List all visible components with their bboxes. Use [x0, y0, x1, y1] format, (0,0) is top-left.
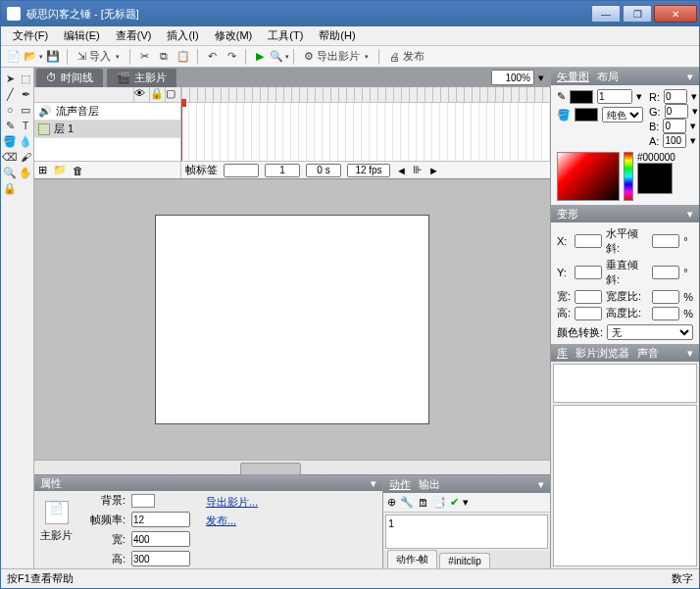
oval-tool[interactable]: ○	[3, 103, 17, 117]
eye-icon[interactable]: 👁	[133, 87, 149, 102]
b-input[interactable]	[663, 119, 686, 133]
tab-timeline[interactable]: ⏱ 时间线	[36, 69, 103, 87]
maximize-button[interactable]: ❐	[623, 5, 652, 23]
close-button[interactable]: ✕	[654, 5, 697, 23]
action-icon-2[interactable]: 🔧	[400, 496, 414, 509]
save-button[interactable]: 💾	[44, 48, 62, 66]
link-export[interactable]: 导出影片...	[206, 495, 258, 510]
stroke-swatch[interactable]	[570, 90, 593, 104]
outline-col-icon[interactable]: ▢	[165, 87, 180, 102]
vskew-input[interactable]	[652, 266, 679, 279]
rect-tool[interactable]: ▭	[19, 103, 32, 117]
actions-header[interactable]: 动作	[389, 477, 411, 492]
h-input[interactable]	[575, 307, 602, 320]
height-input[interactable]	[131, 551, 190, 566]
library-list[interactable]	[553, 405, 697, 566]
frame-ruler[interactable]	[181, 87, 550, 103]
g-input[interactable]	[665, 104, 688, 119]
x-input[interactable]	[575, 234, 602, 248]
action-list[interactable]: 1	[385, 515, 548, 549]
bg-swatch[interactable]	[131, 494, 155, 508]
add-folder-icon[interactable]: 📁	[53, 164, 67, 176]
lock-tool[interactable]: 🔒	[3, 181, 17, 195]
tab-main-movie[interactable]: 🎬 主影片	[107, 69, 176, 87]
menu-view[interactable]: 查看(V)	[108, 26, 160, 45]
vector-header[interactable]: 矢量图	[557, 70, 589, 84]
publish-button[interactable]: 🖨 发布	[384, 48, 429, 66]
action-icon-4[interactable]: 📑	[432, 496, 446, 509]
color-field[interactable]	[557, 152, 620, 201]
line-tool[interactable]: ╱	[3, 87, 17, 101]
dropper-tool[interactable]: 💧	[19, 134, 32, 148]
colortrans-select[interactable]: 无	[607, 324, 693, 340]
subselect-tool[interactable]: ⬚	[19, 72, 32, 85]
layer-sound[interactable]: 🔊流声音层	[34, 103, 180, 121]
width-input[interactable]	[131, 531, 190, 547]
delete-layer-icon[interactable]: 🗑	[73, 165, 83, 176]
paste-button[interactable]: 📋	[175, 48, 192, 66]
fps-input[interactable]	[131, 512, 190, 527]
frames-area[interactable]	[181, 103, 550, 161]
output-header[interactable]: 输出	[419, 477, 440, 492]
menu-help[interactable]: 帮助(H)	[311, 26, 363, 45]
action-icon-3[interactable]: 🖺	[418, 497, 428, 509]
current-color[interactable]	[637, 163, 673, 194]
link-publish[interactable]: 发布...	[206, 514, 258, 528]
eraser-tool[interactable]: ⌫	[3, 150, 17, 164]
play-button[interactable]: ▶	[251, 48, 269, 66]
transform-header[interactable]: 变形	[557, 207, 578, 221]
movie-browser-header[interactable]: 影片浏览器	[575, 346, 629, 361]
zoom-tool[interactable]: 🔍	[3, 166, 17, 179]
layer-1[interactable]: 层 1	[34, 121, 180, 138]
a-input[interactable]	[663, 133, 686, 148]
add-layer-icon[interactable]: ⊞	[38, 164, 47, 176]
h-scrollbar[interactable]	[34, 460, 550, 474]
zoom-dropdown-icon[interactable]: ▾	[538, 72, 544, 84]
import-button[interactable]: ⇲ 导入	[73, 48, 125, 66]
menu-tools[interactable]: 工具(T)	[260, 26, 311, 45]
arrow-tool[interactable]: ➤	[3, 72, 17, 85]
stage[interactable]	[155, 215, 429, 424]
frame-label-input[interactable]	[224, 164, 259, 177]
redo-button[interactable]: ↷	[223, 48, 240, 66]
fill-swatch[interactable]	[575, 108, 598, 122]
hand-tool[interactable]: ✋	[19, 166, 32, 179]
zoom-input[interactable]	[491, 70, 534, 85]
fill-mode[interactable]: 纯色	[602, 107, 643, 123]
new-button[interactable]: 📄	[5, 48, 23, 66]
open-button[interactable]: 📂	[25, 48, 42, 66]
menu-file[interactable]: 文件(F)	[5, 26, 56, 45]
y-input[interactable]	[575, 266, 602, 279]
props-header[interactable]: 属性	[40, 476, 62, 491]
stroke-width[interactable]	[597, 89, 632, 104]
pencil-tool[interactable]: ✎	[3, 119, 17, 132]
preview-button[interactable]: 🔍	[271, 48, 288, 66]
w-input[interactable]	[575, 290, 602, 304]
library-header[interactable]: 库	[557, 346, 568, 361]
minimize-button[interactable]: —	[591, 5, 621, 23]
add-action-icon[interactable]: ⊕	[387, 496, 396, 509]
sound-header[interactable]: 声音	[637, 346, 659, 361]
action-tab-frame[interactable]: 动作-帧	[387, 550, 437, 568]
menu-insert[interactable]: 插入(I)	[159, 26, 206, 45]
check-syntax-icon[interactable]: ✔	[450, 496, 459, 509]
hue-slider[interactable]	[624, 152, 633, 201]
menu-modify[interactable]: 修改(M)	[207, 26, 261, 45]
bucket-tool[interactable]: 🪣	[3, 134, 17, 148]
menu-edit[interactable]: 编辑(E)	[56, 26, 108, 45]
canvas-viewport[interactable]	[34, 179, 550, 460]
undo-button[interactable]: ↶	[203, 48, 221, 66]
r-input[interactable]	[664, 89, 687, 104]
copy-button[interactable]: ⧉	[155, 48, 173, 66]
cut-button[interactable]: ✂	[135, 48, 153, 66]
hratio-input[interactable]	[652, 307, 679, 320]
wratio-input[interactable]	[652, 290, 679, 304]
action-tab-initclip[interactable]: #initclip	[439, 553, 489, 568]
text-tool[interactable]: T	[19, 119, 32, 132]
playhead[interactable]	[181, 103, 182, 161]
export-movie-button[interactable]: ⚙ 导出影片	[299, 48, 374, 66]
pen-tool[interactable]: ✒	[19, 87, 32, 101]
layout-header[interactable]: 布局	[597, 70, 619, 84]
brush-tool[interactable]: 🖌	[19, 150, 32, 164]
lock-col-icon[interactable]: 🔒	[149, 87, 165, 102]
